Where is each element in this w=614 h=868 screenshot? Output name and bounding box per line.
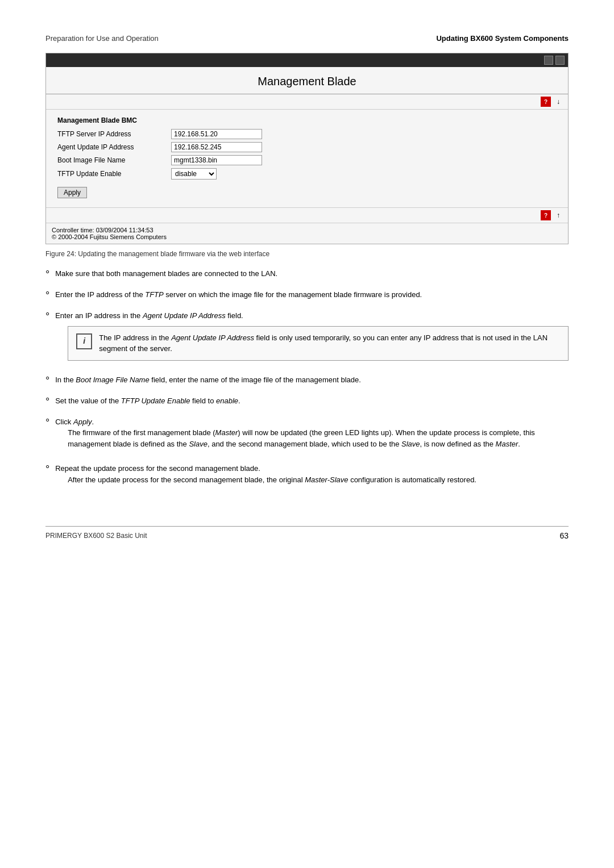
info-box: i The IP address in the Agent Update IP … (68, 326, 569, 361)
list-item: ° Set the value of the TFTP Update Enabl… (45, 395, 569, 410)
form-row-tftp-server: TFTP Server IP Address (57, 129, 557, 139)
italic-agent-update: Agent Update IP Address (143, 311, 226, 320)
italic-slave-2: Slave (401, 440, 420, 448)
blade-title: Management Blade (46, 67, 568, 94)
ui-screenshot: Management Blade ? ↓ Management Blade BM… (45, 53, 569, 244)
ui-main-content: Management Blade ? ↓ Management Blade BM… (46, 67, 568, 244)
bullet-marker: ° (45, 267, 49, 282)
ui-nav-bar: ? ↓ (46, 94, 568, 110)
bullet-text-3: Enter an IP address in the Agent Update … (55, 311, 243, 320)
bullet-text-1: Make sure that both management blades ar… (55, 268, 569, 279)
info-icon: i (76, 333, 92, 349)
italic-tftp: TFTP (145, 290, 164, 299)
list-item: ° Repeat the update process for the seco… (45, 463, 569, 492)
section-label: Management Blade BMC (57, 116, 557, 124)
bullet-text-7: Repeat the update process for the second… (55, 464, 260, 473)
form-row-agent-update: Agent Update IP Address (57, 142, 557, 152)
italic-master-2: Master (496, 440, 518, 448)
bullet-text-5: Set the value of the TFTP Update Enable … (55, 395, 569, 407)
sub-paragraph-7: After the update process for the second … (68, 474, 476, 486)
page-header: Preparation for Use and Operation Updati… (45, 34, 569, 43)
label-tftp-update: TFTP Update Enable (57, 170, 171, 178)
status-line1: Controller time: 03/09/2004 11:34:53 (52, 227, 562, 233)
bullet-content-7: Repeat the update process for the second… (55, 463, 476, 492)
bottom-icons: ? ↑ (541, 210, 563, 220)
apply-button[interactable]: Apply (57, 187, 87, 198)
bullet-text-2: Enter the IP address of the TFTP server … (55, 289, 569, 301)
header-section-title: Preparation for Use and Operation (45, 34, 159, 43)
bullet-list: ° Make sure that both management blades … (45, 268, 569, 492)
label-agent-update: Agent Update IP Address (57, 143, 171, 151)
ui-status-bar: Controller time: 03/09/2004 11:34:53 © 2… (46, 223, 568, 244)
sub-paragraph-6: The firmware of the first management bla… (68, 427, 569, 449)
status-line2: © 2000-2004 Fujitsu Siemens Computers (52, 233, 562, 240)
ui-bottom-bar: ? ↑ (46, 207, 568, 223)
select-tftp-update[interactable]: disable enable (171, 168, 217, 180)
form-row-boot-image: Boot Image File Name (57, 155, 557, 165)
bullet-marker: ° (45, 288, 49, 303)
input-agent-update[interactable] (171, 142, 262, 152)
label-boot-image: Boot Image File Name (57, 156, 171, 164)
help-icon-bottom[interactable]: ? (541, 210, 551, 220)
bullet-content-3: Enter an IP address in the Agent Update … (55, 310, 569, 368)
figure-caption: Figure 24: Updating the management blade… (45, 250, 569, 258)
bullet-content-6: Click Apply. The firmware of the first m… (55, 416, 569, 457)
bullet-marker: ° (45, 373, 49, 389)
bullet-text-6: Click Apply. (55, 418, 94, 426)
page-footer: PRIMERGY BX600 S2 Basic Unit 63 (45, 526, 569, 540)
list-item: ° Make sure that both management blades … (45, 268, 569, 282)
input-tftp-server[interactable] (171, 129, 262, 139)
apply-btn-container: Apply (57, 182, 557, 198)
input-boot-image[interactable] (171, 155, 262, 165)
bullet-marker: ° (45, 394, 49, 410)
arrow-up-icon[interactable]: ↑ (553, 210, 563, 220)
header-chapter-title: Updating BX600 System Components (436, 34, 569, 43)
italic-master: Master (215, 428, 238, 437)
italic-tftp-update-enable: TFTP Update Enable (121, 397, 190, 405)
ui-form-section: Management Blade BMC TFTP Server IP Addr… (46, 110, 568, 205)
italic-enable: enable (216, 397, 238, 405)
bullet-marker: ° (45, 415, 49, 431)
bullet-marker: ° (45, 309, 49, 324)
help-icon[interactable]: ? (541, 97, 551, 107)
info-box-text: The IP address in the Agent Update IP Ad… (99, 332, 560, 354)
label-tftp-server: TFTP Server IP Address (57, 130, 171, 138)
arrow-down-icon[interactable]: ↓ (553, 97, 563, 107)
list-item: ° Enter an IP address in the Agent Updat… (45, 310, 569, 368)
bullet-marker: ° (45, 462, 49, 477)
italic-master-slave: Master-Slave (305, 475, 348, 484)
list-item: ° In the Boot Image File Name field, ent… (45, 374, 569, 389)
bullet-text-4: In the Boot Image File Name field, enter… (55, 374, 569, 386)
footer-page-number: 63 (559, 531, 569, 540)
lock-icon (555, 56, 565, 65)
italic-slave: Slave (189, 440, 208, 448)
italic-apply: Apply (73, 418, 92, 426)
list-item: ° Enter the IP address of the TFTP serve… (45, 289, 569, 303)
form-row-tftp-update: TFTP Update Enable disable enable (57, 168, 557, 180)
italic-agent-update-2: Agent Update IP Address (171, 333, 254, 342)
footer-product-name: PRIMERGY BX600 S2 Basic Unit (45, 532, 147, 540)
italic-boot-image: Boot Image File Name (76, 375, 149, 384)
ui-titlebar (46, 53, 568, 67)
doc-icon (544, 56, 553, 65)
list-item: ° Click Apply. The firmware of the first… (45, 416, 569, 457)
